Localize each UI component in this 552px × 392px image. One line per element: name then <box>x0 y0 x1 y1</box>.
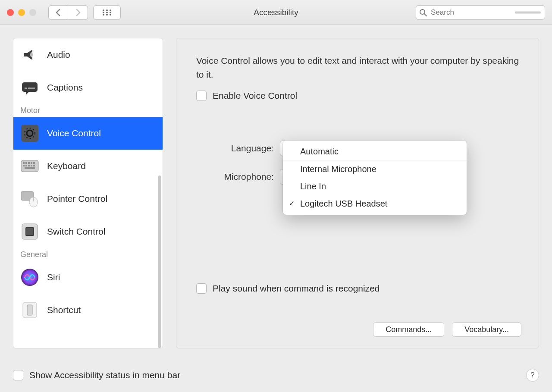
svg-rect-23 <box>31 162 32 164</box>
commands-button[interactable]: Commands... <box>373 322 444 337</box>
traffic-lights <box>7 9 36 16</box>
check-icon: ✓ <box>289 199 295 207</box>
svg-rect-22 <box>28 162 30 164</box>
sidebar-section-motor: Motor <box>13 104 163 117</box>
shortcut-icon <box>20 301 39 320</box>
enable-voice-control-label: Enable Voice Control <box>213 91 297 101</box>
sidebar-item-audio[interactable]: Audio <box>13 38 163 71</box>
svg-rect-28 <box>31 165 32 166</box>
close-window-button[interactable] <box>7 9 14 16</box>
sidebar-item-switch-control[interactable]: Switch Control <box>13 215 163 248</box>
search-scrub-handle <box>515 11 541 13</box>
svg-rect-24 <box>33 162 35 164</box>
voice-control-icon <box>20 124 39 143</box>
sidebar-item-label: Audio <box>47 50 70 60</box>
svg-rect-14 <box>25 88 27 89</box>
grid-icon <box>102 9 112 16</box>
svg-point-3 <box>103 12 104 13</box>
keyboard-icon <box>20 157 39 176</box>
sidebar-item-label: Siri <box>47 272 60 282</box>
dropdown-item-line-in[interactable]: Line In <box>283 178 467 195</box>
svg-rect-15 <box>28 88 35 89</box>
show-status-checkbox[interactable] <box>13 370 23 380</box>
show-status-row: Show Accessibility status in menu bar <box>13 370 180 380</box>
svg-point-7 <box>106 14 108 16</box>
forward-button[interactable] <box>68 5 88 20</box>
sidebar-item-keyboard[interactable]: Keyboard <box>13 150 163 182</box>
svg-line-10 <box>424 14 427 16</box>
svg-point-4 <box>106 12 108 13</box>
svg-point-0 <box>103 9 104 11</box>
sidebar-item-label: Voice Control <box>47 128 101 138</box>
svg-rect-25 <box>23 165 25 166</box>
dropdown-item-internal-mic[interactable]: Internal Microphone <box>283 160 467 178</box>
svg-rect-27 <box>28 165 30 166</box>
vocabulary-button[interactable]: Vocabulary... <box>452 322 521 337</box>
play-sound-row: Play sound when command is recognized <box>196 283 380 294</box>
svg-rect-21 <box>25 162 27 164</box>
svg-rect-36 <box>26 228 33 235</box>
sidebar-item-label: Keyboard <box>47 161 86 171</box>
svg-rect-16 <box>21 125 38 142</box>
svg-marker-13 <box>26 91 30 94</box>
svg-rect-39 <box>27 305 32 315</box>
pointer-icon <box>20 189 39 208</box>
svg-rect-30 <box>25 167 35 169</box>
window-toolbar: Accessibility <box>0 0 552 25</box>
sidebar-section-general: General <box>13 248 163 261</box>
switch-icon <box>20 222 39 241</box>
sidebar-item-voice-control[interactable]: Voice Control <box>13 117 163 150</box>
language-label: Language: <box>196 143 280 154</box>
svg-rect-26 <box>25 165 27 166</box>
sidebar-item-siri[interactable]: Siri <box>13 261 163 294</box>
sidebar-item-shortcut[interactable]: Shortcut <box>13 294 163 326</box>
svg-point-8 <box>110 14 111 16</box>
sidebar-scrollbar[interactable] <box>158 176 161 348</box>
help-button[interactable]: ? <box>526 369 539 382</box>
play-sound-checkbox[interactable] <box>196 283 207 294</box>
sidebar-item-label: Shortcut <box>47 305 81 315</box>
search-field-wrap <box>416 5 545 20</box>
sidebar-item-label: Switch Control <box>47 226 105 237</box>
enable-voice-control-row: Enable Voice Control <box>196 91 521 101</box>
toolbar-nav-group <box>48 5 88 20</box>
show-status-label: Show Accessibility status in menu bar <box>29 370 180 380</box>
svg-point-1 <box>106 9 108 11</box>
play-sound-label: Play sound when command is recognized <box>213 283 380 294</box>
svg-rect-29 <box>33 165 35 166</box>
sidebar-item-label: Pointer Control <box>47 194 107 204</box>
speaker-icon <box>20 45 39 64</box>
help-icon: ? <box>530 371 534 379</box>
svg-point-5 <box>110 12 111 13</box>
svg-point-2 <box>110 9 111 11</box>
maximize-window-button[interactable] <box>29 9 36 16</box>
captions-icon <box>20 78 39 97</box>
voice-control-description: Voice Control allows you to edit text an… <box>196 54 521 81</box>
svg-point-6 <box>103 14 104 16</box>
back-button[interactable] <box>48 5 68 20</box>
svg-rect-20 <box>23 162 25 164</box>
sidebar-item-captions[interactable]: Captions <box>13 71 163 104</box>
sidebar-item-label: Captions <box>47 82 83 93</box>
dropdown-item-logitech[interactable]: ✓ Logitech USB Headset <box>283 195 467 212</box>
enable-voice-control-checkbox[interactable] <box>196 91 207 101</box>
minimize-window-button[interactable] <box>18 9 25 16</box>
dropdown-item-automatic[interactable]: Automatic <box>283 143 467 160</box>
show-all-button[interactable] <box>93 5 121 20</box>
svg-point-11 <box>30 52 33 57</box>
search-icon <box>419 9 427 19</box>
svg-rect-12 <box>22 82 38 92</box>
microphone-dropdown: Automatic Internal Microphone Line In ✓ … <box>283 141 467 215</box>
microphone-label: Microphone: <box>196 172 280 182</box>
siri-icon <box>20 268 39 287</box>
sidebar-item-pointer-control[interactable]: Pointer Control <box>13 182 163 215</box>
sidebar: Audio Captions Motor Voice Control Ke <box>13 38 163 348</box>
